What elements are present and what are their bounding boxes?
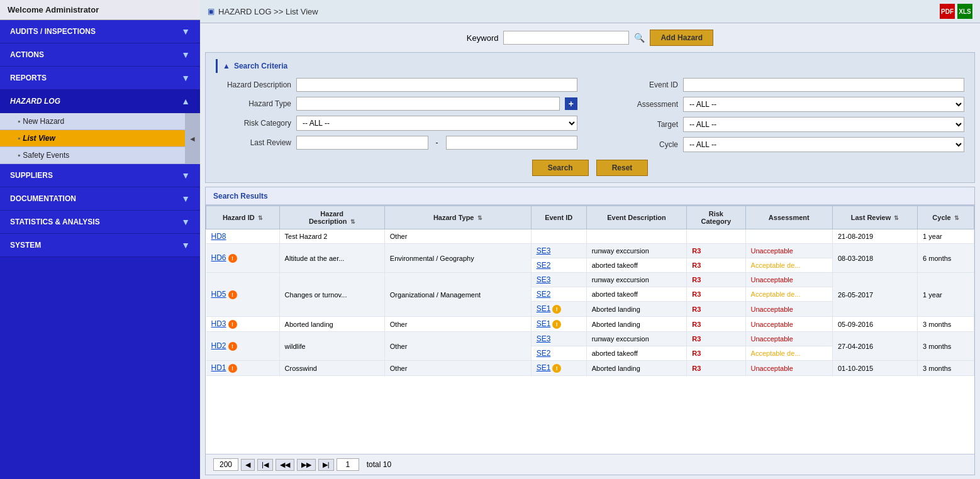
hazard-id-link[interactable]: HD5 bbox=[211, 290, 226, 299]
chevron-down-icon: ▼ bbox=[181, 170, 190, 180]
col-hazard-id[interactable]: Hazard ID ⇅ bbox=[206, 206, 280, 229]
sidebar-subitem-safety-events[interactable]: Safety Events bbox=[0, 147, 200, 164]
sidebar-item-reports[interactable]: REPORTS ▼ bbox=[0, 67, 200, 90]
hazard-id-link[interactable]: HD3 bbox=[211, 319, 226, 328]
cycle-select[interactable]: -- ALL -- bbox=[683, 137, 964, 152]
search-icon[interactable]: 🔍 bbox=[634, 33, 645, 43]
export-xls-button[interactable]: XLS bbox=[957, 4, 972, 19]
target-select[interactable]: -- ALL -- bbox=[683, 117, 964, 132]
col-last-review[interactable]: Last Review ⇅ bbox=[832, 206, 917, 229]
add-hazard-button[interactable]: Add Hazard bbox=[650, 30, 713, 46]
hazard-type-cell: Organizational / Management bbox=[384, 273, 531, 317]
sidebar-item-system[interactable]: SYSTEM ▼ bbox=[0, 234, 200, 257]
chevron-down-icon: ▼ bbox=[181, 240, 190, 250]
results-table: Hazard ID ⇅ HazardDescription ⇅ Hazard T… bbox=[206, 206, 974, 376]
hazard-type-cell: Other bbox=[384, 332, 531, 361]
event-id-link[interactable]: SE1 bbox=[537, 363, 551, 372]
assessment-cell bbox=[745, 229, 832, 244]
pagination-first-button[interactable]: ◀ bbox=[241, 459, 255, 471]
risk-category-select[interactable]: -- ALL -- bbox=[296, 116, 577, 131]
reset-button[interactable]: Reset bbox=[596, 160, 649, 176]
col-event-id[interactable]: Event ID bbox=[531, 206, 586, 229]
sidebar-item-audits[interactable]: AUDITS / INSPECTIONS ▼ bbox=[0, 20, 200, 43]
sidebar-item-hazard-log[interactable]: HAZARD LOG ▲ bbox=[0, 90, 200, 113]
hazard-id-link[interactable]: HD6 bbox=[211, 253, 226, 262]
col-assessment[interactable]: Assessment bbox=[745, 206, 832, 229]
event-id-link[interactable]: SE3 bbox=[537, 334, 551, 343]
sidebar-item-actions[interactable]: ACTIONS ▼ bbox=[0, 43, 200, 67]
hazard-desc-cell: wildlife bbox=[279, 332, 384, 361]
sidebar-item-statistics[interactable]: STATISTICS & ANALYSIS ▼ bbox=[0, 211, 200, 234]
hazard-badge: ! bbox=[228, 290, 237, 299]
chevron-down-icon: ▼ bbox=[181, 217, 190, 227]
criteria-grid: Hazard Description Hazard Type + Risk Ca… bbox=[216, 78, 964, 152]
col-hazard-type[interactable]: Hazard Type ⇅ bbox=[384, 206, 531, 229]
page-size-input[interactable] bbox=[213, 458, 238, 471]
assessment-cell: Acceptable de... bbox=[745, 346, 832, 361]
hazard-type-add-button[interactable]: + bbox=[565, 97, 577, 110]
hazard-description-input[interactable] bbox=[296, 78, 577, 92]
sidebar-subitem-new-hazard[interactable]: New Hazard bbox=[0, 113, 200, 130]
last-review-to-input[interactable] bbox=[446, 136, 578, 150]
last-review-label: Last Review bbox=[216, 138, 291, 147]
event-id-link[interactable]: SE3 bbox=[537, 275, 551, 284]
pagination-prev-step-button[interactable]: |◀ bbox=[257, 459, 273, 471]
assessment-cell: Unacceptable bbox=[745, 361, 832, 376]
last-review-from-input[interactable] bbox=[296, 136, 428, 150]
event-desc-cell: runway exccursion bbox=[586, 273, 687, 287]
last-review-cell: 08-03-2018 bbox=[832, 244, 917, 273]
event-id-input[interactable] bbox=[683, 78, 964, 92]
col-cycle[interactable]: Cycle ⇅ bbox=[918, 206, 974, 229]
sidebar: Welcome Administrator AUDITS / INSPECTIO… bbox=[0, 0, 200, 479]
table-row: HD5! Changes or turnov... Organizational… bbox=[206, 273, 974, 287]
hazard-id-link[interactable]: HD1 bbox=[211, 363, 226, 372]
event-id-link[interactable]: SE2 bbox=[537, 290, 551, 299]
event-id-link[interactable]: SE2 bbox=[537, 261, 551, 270]
breadcrumb: ▣ HAZARD LOG >> List View bbox=[208, 7, 318, 16]
event-id-link[interactable]: SE1 bbox=[537, 319, 551, 328]
table-header-row: Hazard ID ⇅ HazardDescription ⇅ Hazard T… bbox=[206, 206, 974, 229]
hazard-type-label: Hazard Type bbox=[216, 99, 291, 108]
pagination-next-step-button[interactable]: ▶| bbox=[318, 459, 334, 471]
risk-cat-cell bbox=[687, 229, 745, 244]
event-desc-cell: aborted takeoff bbox=[586, 346, 687, 361]
pagination-next-button[interactable]: ▶▶ bbox=[297, 459, 316, 471]
keyword-input[interactable] bbox=[503, 31, 629, 45]
cycle-cell: 6 months bbox=[918, 244, 974, 273]
hazard-id-link[interactable]: HD2 bbox=[211, 341, 226, 350]
risk-category-label: Risk Category bbox=[216, 119, 291, 128]
assessment-select[interactable]: -- ALL -- bbox=[683, 97, 964, 112]
search-button[interactable]: Search bbox=[532, 160, 589, 176]
current-page-input[interactable] bbox=[337, 458, 359, 471]
hazard-description-row: Hazard Description bbox=[216, 78, 577, 92]
sidebar-item-suppliers[interactable]: SUPPLIERS ▼ bbox=[0, 164, 200, 187]
risk-cat-cell: R3 bbox=[687, 258, 745, 273]
welcome-label: Welcome Administrator bbox=[0, 0, 200, 20]
event-id-link[interactable]: SE1 bbox=[537, 304, 551, 313]
hazard-type-input[interactable] bbox=[296, 97, 560, 111]
event-id-link[interactable]: SE2 bbox=[537, 349, 551, 358]
sidebar-collapse-btn[interactable]: ◄ bbox=[185, 113, 200, 164]
assessment-cell: Unacceptable bbox=[745, 244, 832, 258]
search-criteria-header[interactable]: ▲ Search Criteria bbox=[216, 59, 964, 73]
hazard-id-link[interactable]: HD8 bbox=[211, 232, 226, 241]
keyword-label: Keyword bbox=[467, 33, 499, 43]
event-desc-cell: runway exccursion bbox=[586, 244, 687, 258]
col-risk-category[interactable]: RiskCategory bbox=[687, 206, 745, 229]
cycle-cell: 1 year bbox=[918, 229, 974, 244]
col-hazard-description[interactable]: HazardDescription ⇅ bbox=[279, 206, 384, 229]
hazard-desc-cell: Crosswind bbox=[279, 361, 384, 376]
hazard-badge: ! bbox=[228, 254, 237, 263]
pagination-prev-button[interactable]: ◀◀ bbox=[276, 459, 294, 471]
criteria-col-left: Hazard Description Hazard Type + Risk Ca… bbox=[216, 78, 577, 152]
sidebar-subitem-list-view[interactable]: List View bbox=[0, 130, 200, 147]
chevron-down-icon: ▼ bbox=[181, 73, 190, 83]
risk-cat-cell: R3 bbox=[687, 244, 745, 258]
event-id-link[interactable]: SE3 bbox=[537, 246, 551, 255]
sidebar-item-documentation[interactable]: DOCUMENTATION ▼ bbox=[0, 187, 200, 211]
search-btn-row: Search Reset bbox=[216, 160, 964, 176]
col-event-description[interactable]: Event Description bbox=[586, 206, 687, 229]
cycle-row: Cycle -- ALL -- bbox=[603, 137, 964, 152]
export-pdf-button[interactable]: PDF bbox=[940, 4, 955, 19]
hazard-desc-cell: Changes or turnov... bbox=[279, 273, 384, 317]
